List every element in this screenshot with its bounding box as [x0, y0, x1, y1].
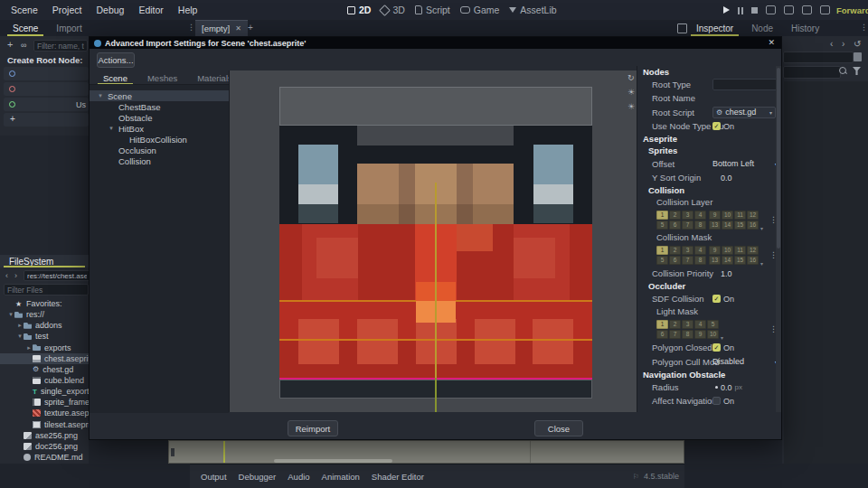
property-control[interactable]: ✓On [712, 343, 734, 352]
renderer-select[interactable]: Forward+ ▾ [836, 0, 868, 20]
layer-cell-14[interactable]: 14 [722, 256, 733, 265]
close-icon[interactable]: ✕ [768, 38, 775, 47]
property-control[interactable]: 0.0 [721, 174, 732, 183]
add-scene-tab-button[interactable]: + [248, 23, 253, 33]
workspace-2d[interactable]: 2D [347, 5, 371, 15]
screenshot-icon[interactable] [820, 5, 830, 14]
layer-cell-5[interactable]: 5 [707, 320, 719, 329]
layer-cell-6[interactable]: 6 [669, 221, 681, 230]
add-node-icon[interactable]: + [7, 39, 13, 50]
scene-node-Scene[interactable]: ▾Scene [90, 90, 229, 101]
create-root-user-interface-button[interactable]: Us [4, 98, 89, 111]
root-type-input[interactable] [712, 79, 778, 90]
nav-forward-icon[interactable]: › [14, 271, 17, 280]
actions-button[interactable]: Actions... [97, 52, 135, 68]
sun-icon[interactable]: ☀ [627, 88, 635, 97]
file-item-ase256-png[interactable]: ase256.png [0, 430, 89, 441]
workspace-game[interactable]: Game [460, 5, 500, 15]
bottom-toggle-animation[interactable]: Animation [322, 472, 360, 482]
file-item-chest-gd[interactable]: ⚙chest.gd [0, 364, 89, 375]
workspace-3d[interactable]: 3D [381, 5, 404, 15]
checkbox-sdf-collision[interactable]: ✓ [712, 295, 721, 303]
close-button[interactable]: Close [534, 420, 583, 436]
file-item-chest-aseprite[interactable]: chest.aseprite [0, 353, 89, 364]
create-root-other-node-button[interactable]: + [4, 113, 89, 127]
search-icon[interactable] [839, 67, 847, 75]
nav-back-icon[interactable]: ‹ [5, 271, 8, 280]
pause-icon[interactable] [738, 2, 743, 18]
movie-maker-icon[interactable] [802, 5, 812, 14]
property-control[interactable]: Disabled▾ [712, 357, 778, 366]
slider-handle[interactable] [715, 386, 718, 389]
layer-cell-1[interactable]: 1 [656, 320, 668, 329]
properties-scrollbar[interactable] [776, 66, 781, 412]
preview-viewport[interactable]: ↻☀☀ [229, 70, 637, 412]
bottom-toggle-shader-editor[interactable]: Shader Editor [372, 472, 424, 482]
filter-icon[interactable] [853, 67, 861, 75]
grid-expand-icon[interactable]: ▾ [760, 260, 763, 267]
create-root-2d-scene-button[interactable] [4, 67, 89, 80]
layer-cell-13[interactable]: 13 [709, 256, 721, 265]
layer-cell-11[interactable]: 11 [734, 246, 746, 255]
layer-cell-10[interactable]: 10 [722, 246, 733, 255]
object-doc-icon[interactable] [854, 52, 862, 61]
sun-icon[interactable]: ☀ [627, 102, 635, 111]
tree-arrow-icon[interactable]: ▾ [16, 333, 24, 340]
file-item-README-md[interactable]: README.md [0, 452, 89, 463]
layer-cell-4[interactable]: 4 [694, 320, 706, 329]
tree-arrow-icon[interactable]: ▸ [16, 322, 24, 329]
layer-cell-9[interactable]: 9 [694, 330, 706, 339]
menu-item-project[interactable]: Project [52, 5, 82, 15]
layer-cell-1[interactable]: 1 [656, 246, 668, 255]
checkbox-affect-navigation[interactable] [712, 397, 721, 405]
tree-arrow-icon[interactable]: ▸ [25, 344, 33, 352]
tree-arrow-icon[interactable]: ▾ [108, 125, 115, 132]
workspace-assetlib[interactable]: AssetLib [509, 5, 556, 15]
layer-cell-2[interactable]: 2 [669, 320, 681, 329]
scene-node-HitBoxCollision[interactable]: HitBoxCollision [90, 134, 229, 145]
property-control[interactable]: ✓On [712, 295, 734, 304]
bottom-toggle-debugger[interactable]: Debugger [239, 472, 277, 482]
layer-cell-10[interactable]: 10 [722, 211, 733, 220]
file-item-single_export-ase[interactable]: Tsingle_export.ase [0, 386, 89, 397]
layer-cell-16[interactable]: 16 [747, 256, 759, 265]
scene-node-ChestBase[interactable]: ChestBase [90, 101, 229, 112]
expand-viewport-icon[interactable] [677, 23, 687, 33]
layer-cell-11[interactable]: 11 [734, 211, 746, 220]
layer-cell-7[interactable]: 7 [682, 221, 693, 230]
timeline-playhead[interactable] [223, 441, 225, 463]
file-item-test[interactable]: ▾test [0, 331, 89, 342]
layer-cell-10[interactable]: 10 [707, 330, 719, 339]
layer-cell-12[interactable]: 12 [747, 246, 759, 255]
file-item-exports[interactable]: ▸exports [0, 343, 89, 353]
layer-cell-15[interactable]: 15 [734, 256, 746, 265]
dialog-tab-scene[interactable]: Scene [93, 71, 137, 84]
property-control[interactable]: On [712, 397, 734, 406]
layer-cell-3[interactable]: 3 [682, 320, 693, 329]
property-control[interactable]: 0.0px [715, 383, 742, 392]
history-back-icon[interactable]: ‹ [830, 39, 833, 49]
menu-item-editor[interactable]: Editor [138, 5, 163, 15]
layer-cell-5[interactable]: 5 [656, 256, 668, 265]
file-item-texture-aseprite[interactable]: texture.aseprite [0, 408, 89, 418]
stop-icon[interactable] [751, 7, 758, 14]
layer-cell-4[interactable]: 4 [694, 246, 706, 255]
close-icon[interactable]: ✕ [235, 24, 241, 33]
orbit-icon[interactable]: ↻ [627, 73, 635, 82]
layer-cell-7[interactable]: 7 [682, 256, 693, 265]
file-item-tileset-aseprite[interactable]: tileset.aseprite [0, 419, 89, 430]
grid-expand-icon[interactable]: ▾ [760, 225, 763, 231]
create-root-3d-scene-button[interactable] [4, 82, 89, 96]
movie-writer-icon[interactable] [784, 5, 794, 14]
scene-node-Occlusion[interactable]: Occlusion [90, 145, 229, 155]
layer-cell-7[interactable]: 7 [669, 330, 681, 339]
dialog-title-bar[interactable]: Advanced Import Settings for Scene 'ches… [90, 37, 781, 49]
filesystem-tab[interactable]: FileSystem [0, 255, 89, 267]
notification-bell-icon[interactable]: ⚐ [633, 473, 639, 481]
tree-arrow-icon[interactable]: ▾ [97, 92, 104, 99]
timeline-scrollbar[interactable] [274, 459, 392, 463]
layer-cell-2[interactable]: 2 [669, 246, 681, 255]
menu-item-debug[interactable]: Debug [96, 5, 124, 15]
remote-debug-icon[interactable] [766, 5, 776, 14]
layer-cell-6[interactable]: 6 [656, 330, 668, 339]
